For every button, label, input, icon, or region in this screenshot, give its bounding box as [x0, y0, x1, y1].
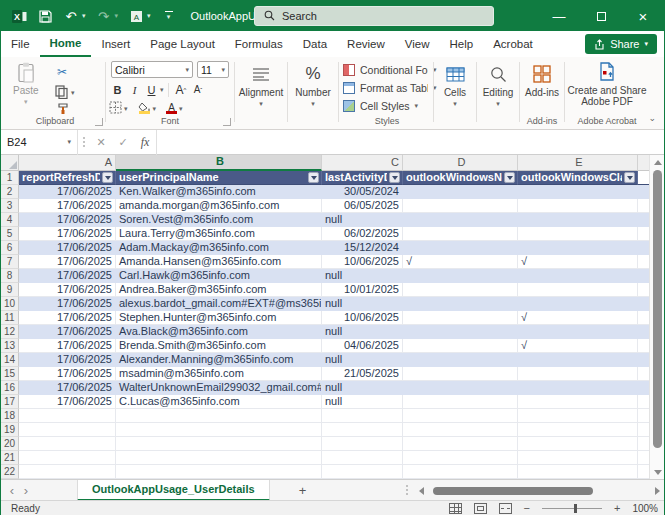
zoom-in-icon[interactable]: + [614, 502, 620, 514]
cell[interactable]: amanda.morgan@m365info.com [116, 199, 322, 213]
cell[interactable]: 17/06/2025 [19, 339, 116, 353]
borders-dropdown-icon[interactable]: ▾ [124, 105, 128, 113]
row-number[interactable]: 15 [1, 367, 19, 381]
cell[interactable]: WalterUnknownEmail299032_gmail.com#EXT# [116, 381, 322, 395]
row-number[interactable]: 20 [1, 437, 19, 451]
cut-icon[interactable]: ✂ [57, 65, 67, 79]
cell[interactable]: 17/06/2025 [19, 199, 116, 213]
page-break-view-icon[interactable] [499, 503, 512, 514]
cell[interactable] [322, 437, 403, 451]
cell[interactable] [518, 437, 638, 451]
cell[interactable] [403, 241, 518, 255]
cell[interactable]: 17/06/2025 [19, 367, 116, 381]
column-header-b[interactable]: B [116, 155, 322, 171]
cell[interactable] [403, 353, 518, 367]
cell[interactable] [19, 451, 116, 465]
cell[interactable] [322, 409, 403, 423]
cell[interactable] [518, 283, 638, 297]
sheet-nav-right-icon[interactable]: › [15, 483, 37, 498]
cell[interactable] [403, 465, 518, 479]
cell[interactable] [403, 451, 518, 465]
cell[interactable] [116, 451, 322, 465]
cell[interactable] [19, 409, 116, 423]
cell[interactable] [116, 423, 322, 437]
formula-input[interactable] [156, 130, 664, 155]
cell[interactable]: √ [518, 339, 638, 353]
cell[interactable]: Ken.Walker@m365info.com [116, 185, 322, 199]
row-number[interactable]: 7 [1, 255, 19, 269]
cell[interactable] [403, 283, 518, 297]
cell[interactable] [403, 395, 518, 409]
cell[interactable] [116, 409, 322, 423]
filter-icon[interactable] [102, 172, 113, 183]
cell[interactable] [403, 199, 518, 213]
zoom-slider-thumb[interactable] [574, 504, 577, 513]
cell[interactable]: 15/12/2024 [322, 241, 403, 255]
formula-bar-grip[interactable] [82, 137, 86, 147]
underline-button[interactable]: U [143, 82, 160, 97]
cell[interactable]: null [322, 269, 403, 283]
cell[interactable] [518, 185, 638, 199]
scroll-up-icon[interactable] [650, 155, 665, 169]
row-number[interactable]: 13 [1, 339, 19, 353]
row-number[interactable]: 4 [1, 213, 19, 227]
cell[interactable]: C.Lucas@m365info.com [116, 395, 322, 409]
cell[interactable] [518, 353, 638, 367]
tab-review[interactable]: Review [337, 31, 395, 57]
share-button[interactable]: Share ▾ [585, 34, 657, 54]
cell[interactable]: null [322, 325, 403, 339]
header-userPrincipalName[interactable]: userPrincipalName [116, 171, 322, 185]
cell[interactable]: 17/06/2025 [19, 269, 116, 283]
font-dialog-launcher[interactable] [223, 118, 231, 126]
cell[interactable] [403, 311, 518, 325]
cell[interactable]: null [322, 381, 403, 395]
cell[interactable]: 17/06/2025 [19, 325, 116, 339]
cell[interactable]: 17/06/2025 [19, 241, 116, 255]
cell[interactable] [518, 451, 638, 465]
close-button[interactable]: × [622, 1, 664, 31]
tab-insert[interactable]: Insert [91, 31, 140, 57]
vertical-scrollbar[interactable] [649, 155, 664, 479]
row-number[interactable]: 1 [1, 171, 19, 185]
filter-icon[interactable] [504, 172, 515, 183]
quick-command-dropdown-icon[interactable]: ▾ [147, 12, 151, 20]
scroll-right-icon[interactable] [655, 487, 660, 495]
horizontal-scroll-thumb[interactable] [433, 487, 593, 495]
row-number[interactable]: 12 [1, 325, 19, 339]
cell[interactable]: 17/06/2025 [19, 283, 116, 297]
select-all-corner[interactable] [1, 155, 19, 171]
italic-button[interactable]: I [126, 82, 143, 97]
filter-icon[interactable] [308, 172, 319, 183]
fill-color-icon[interactable] [138, 103, 151, 114]
cell[interactable]: √ [518, 255, 638, 269]
column-header-d[interactable]: D [403, 155, 518, 171]
cell[interactable] [518, 269, 638, 283]
cell[interactable] [518, 241, 638, 255]
bold-button[interactable]: B [109, 82, 126, 97]
format-painter-icon[interactable] [57, 102, 70, 117]
save-icon[interactable] [37, 8, 53, 24]
header-lastActivityDate[interactable]: lastActivityDate [322, 171, 403, 185]
borders-icon[interactable] [109, 101, 122, 116]
cell[interactable] [518, 367, 638, 381]
row-number[interactable]: 17 [1, 395, 19, 409]
sheet-tab-active[interactable]: OutlookAppUsage_UserDetails [77, 480, 270, 501]
cell[interactable]: 06/05/2025 [322, 199, 403, 213]
font-color-icon[interactable]: A [166, 103, 177, 114]
cell[interactable]: 17/06/2025 [19, 227, 116, 241]
cell[interactable]: 17/06/2025 [19, 353, 116, 367]
cell[interactable] [518, 395, 638, 409]
cell[interactable]: Andrea.Baker@m365info.com [116, 283, 322, 297]
cell[interactable]: Stephen.Hunter@m365info.com [116, 311, 322, 325]
cell[interactable]: Alexander.Manning@m365info.com [116, 353, 322, 367]
row-number[interactable]: 11 [1, 311, 19, 325]
tab-home[interactable]: Home [40, 31, 92, 57]
cell[interactable] [518, 409, 638, 423]
cell[interactable]: Brenda.Smith@m365info.com [116, 339, 322, 353]
cell[interactable] [322, 451, 403, 465]
header-reportRefreshDate[interactable]: reportRefreshDate [19, 171, 116, 185]
cell[interactable]: 17/06/2025 [19, 395, 116, 409]
cell[interactable]: 17/06/2025 [19, 381, 116, 395]
tabbar-grip[interactable] [405, 485, 409, 495]
cell[interactable]: Ava.Black@m365info.com [116, 325, 322, 339]
